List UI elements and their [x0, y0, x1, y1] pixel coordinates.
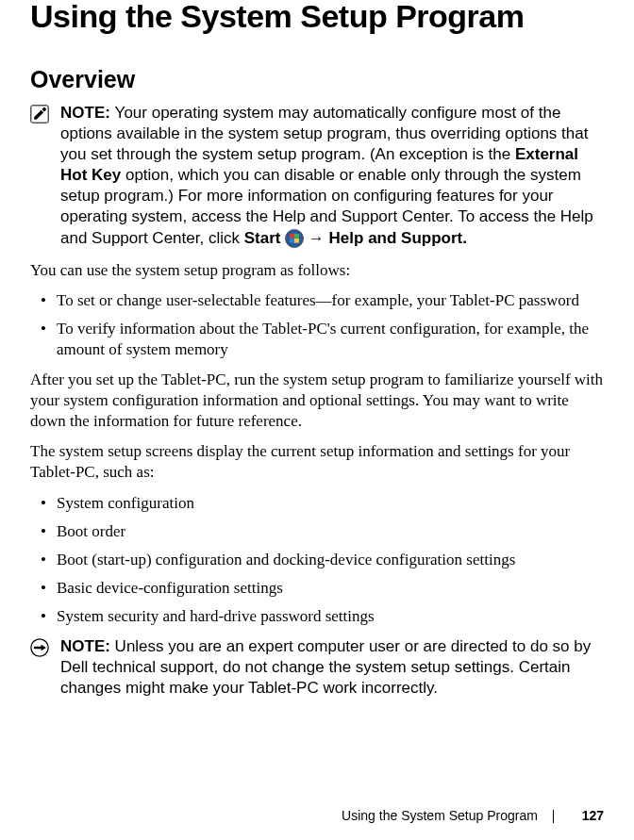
note-icon — [30, 105, 53, 124]
help-support-bold: Help and Support. — [329, 229, 467, 247]
windows-logo-icon — [285, 229, 304, 248]
list-item: •Boot (start-up) configuration and docki… — [30, 550, 604, 570]
bullet-icon: • — [30, 493, 57, 514]
note-block-caution: NOTE: Unless you are an expert computer … — [30, 636, 604, 699]
note2-text: Unless you are an expert computer user o… — [60, 637, 591, 697]
list-item: •System security and hard-drive password… — [30, 606, 604, 627]
note-block-info: NOTE: Your operating system may automati… — [30, 103, 604, 249]
page-title: Using the System Setup Program — [30, 0, 604, 32]
page-number: 127 — [582, 808, 604, 823]
screens-list: •System configuration •Boot order •Boot … — [30, 493, 604, 627]
after-setup-text: After you set up the Tablet-PC, run the … — [30, 370, 604, 432]
start-bold: Start — [244, 229, 281, 247]
footer-section: Using the System Setup Program — [342, 808, 538, 823]
overview-heading: Overview — [30, 66, 604, 93]
list-item-text: Boot order — [57, 521, 604, 542]
list-item-text: System configuration — [57, 493, 604, 514]
bullet-icon: • — [30, 319, 57, 360]
bullet-icon: • — [30, 521, 57, 542]
list-item-text: Basic device-configuration settings — [57, 578, 604, 599]
screens-intro-text: The system setup screens display the cur… — [30, 441, 604, 483]
note-label: NOTE: — [60, 104, 115, 122]
list-item-text: To verify information about the Tablet-P… — [57, 319, 604, 360]
arrow-icon: → — [304, 229, 328, 247]
list-item: •To set or change user-selectable featur… — [30, 290, 604, 311]
list-item: •System configuration — [30, 493, 604, 514]
list-item-text: System security and hard-drive password … — [57, 606, 604, 627]
list-item-text: Boot (start-up) configuration and dockin… — [57, 550, 604, 570]
note-label: NOTE: — [60, 637, 115, 655]
caution-icon — [30, 638, 53, 657]
list-item-text: To set or change user-selectable feature… — [57, 290, 604, 311]
uses-list: •To set or change user-selectable featur… — [30, 290, 604, 360]
bullet-icon: • — [30, 606, 57, 627]
note-text: NOTE: Your operating system may automati… — [60, 103, 604, 249]
page-footer: Using the System Setup Program 127 — [342, 808, 604, 823]
intro-text: You can use the system setup program as … — [30, 260, 604, 281]
list-item: •To verify information about the Tablet-… — [30, 319, 604, 360]
bullet-icon: • — [30, 550, 57, 570]
list-item: •Basic device-configuration settings — [30, 578, 604, 599]
note-text: NOTE: Unless you are an expert computer … — [60, 636, 604, 699]
note-part1: Your operating system may automatically … — [60, 104, 588, 163]
bullet-icon: • — [30, 578, 57, 599]
list-item: •Boot order — [30, 521, 604, 542]
bullet-icon: • — [30, 290, 57, 311]
footer-separator — [553, 810, 554, 823]
